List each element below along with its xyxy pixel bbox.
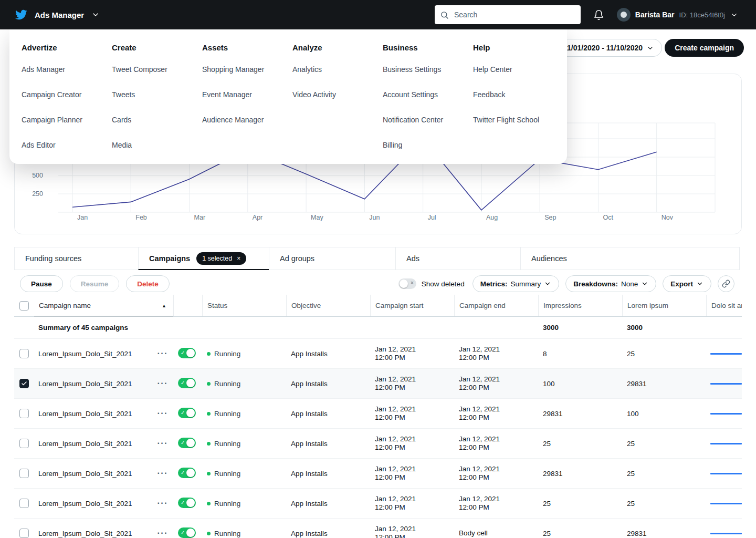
campaign-enabled-toggle[interactable]: ✓: [178, 378, 196, 388]
row-checkbox[interactable]: [19, 379, 29, 388]
export-dropdown[interactable]: Export: [663, 275, 711, 292]
table-row: Lorem_Ipsum_Dolo_Sit_2021···✓RunningApp …: [14, 459, 742, 489]
campaign-name[interactable]: Lorem_Ipsum_Dolo_Sit_2021: [38, 470, 132, 478]
menu-item-billing[interactable]: Billing: [383, 132, 473, 158]
column-header-campaign-name[interactable]: Campaign name▲: [34, 295, 173, 316]
campaign-enabled-toggle[interactable]: ✓: [178, 408, 196, 418]
status-label: Running: [214, 350, 240, 358]
more-options-icon[interactable]: ···: [158, 501, 168, 506]
campaign-enabled-toggle[interactable]: ✓: [178, 468, 196, 478]
tab-ads[interactable]: Ads: [395, 247, 521, 270]
search-box[interactable]: [435, 5, 581, 24]
menu-item-campaign-creator[interactable]: Campaign Creator: [22, 82, 112, 107]
row-checkbox[interactable]: [19, 349, 29, 358]
more-options-icon[interactable]: ···: [158, 351, 168, 356]
menu-item-ads-editor[interactable]: Ads Editor: [22, 132, 112, 158]
column-header-dolo-sit-an[interactable]: Dolo sit an: [706, 295, 742, 316]
row-checkbox[interactable]: [19, 529, 29, 538]
menu-item-notification-center[interactable]: Notification Center: [383, 107, 473, 132]
menu-column-analyze: AnalyzeAnalyticsVideo Activity: [292, 43, 383, 158]
menu-item-account-settings[interactable]: Account Settings: [383, 82, 473, 107]
metrics-dropdown[interactable]: Metrics: Summary: [472, 275, 560, 292]
menu-item-video-activity[interactable]: Video Activity: [292, 82, 383, 107]
menu-item-campaign-planner[interactable]: Campaign Planner: [22, 107, 112, 132]
menu-item-help-center[interactable]: Help Center: [473, 57, 563, 82]
more-options-icon[interactable]: ···: [158, 471, 168, 476]
account-chevron-down-icon[interactable]: [730, 11, 738, 19]
campaign-enabled-toggle[interactable]: ✓: [178, 527, 196, 538]
menu-item-audience-manager[interactable]: Audience Manager: [202, 107, 292, 132]
campaign-start-cell: Jan 12, 202112:00 PM: [370, 405, 454, 422]
row-checkbox[interactable]: [19, 439, 29, 448]
row-checkbox[interactable]: [19, 409, 29, 418]
lorem-ipsum-cell: 29831: [622, 530, 706, 537]
select-all-checkbox[interactable]: [19, 301, 29, 311]
more-options-icon[interactable]: ···: [158, 381, 168, 386]
column-header-lorem-ipsum[interactable]: Lorem ipsum: [622, 295, 706, 316]
campaign-enabled-toggle[interactable]: ✓: [178, 498, 196, 508]
campaign-name[interactable]: Lorem_Ipsum_Dolo_Sit_2021: [38, 500, 132, 508]
campaign-name[interactable]: Lorem_Ipsum_Dolo_Sit_2021: [38, 380, 132, 388]
campaign-name[interactable]: Lorem_Ipsum_Dolo_Sit_2021: [38, 440, 132, 448]
menu-item-business-settings[interactable]: Business Settings: [383, 57, 473, 82]
more-options-icon[interactable]: ···: [158, 531, 168, 536]
more-options-icon[interactable]: ···: [158, 441, 168, 446]
campaign-end-cell: Jan 12, 202112:00 PM: [454, 405, 538, 422]
show-deleted-control: × Show deleted: [398, 278, 465, 289]
menu-section-header: Business: [383, 43, 473, 53]
breakdowns-dropdown[interactable]: Breakdowns: None: [565, 275, 656, 292]
row-checkbox[interactable]: [19, 469, 29, 478]
notifications-bell-icon[interactable]: [593, 9, 604, 20]
menu-item-media[interactable]: Media: [112, 132, 202, 158]
clear-selection-icon[interactable]: ×: [237, 255, 240, 262]
menu-item-feedback[interactable]: Feedback: [473, 82, 563, 107]
resume-button[interactable]: Resume: [70, 275, 120, 292]
tab-ad-groups[interactable]: Ad groups: [269, 247, 396, 270]
campaign-name[interactable]: Lorem_Ipsum_Dolo_Sit_2021: [38, 410, 132, 418]
column-header-campaign-end[interactable]: Campaign end: [454, 295, 538, 316]
status-dot: [207, 532, 211, 535]
campaign-enabled-toggle[interactable]: ✓: [178, 348, 196, 358]
status-dot: [207, 412, 211, 416]
menu-item-tweets[interactable]: Tweets: [112, 82, 202, 107]
column-header-objective[interactable]: Objective: [286, 295, 370, 316]
menu-item-analytics[interactable]: Analytics: [292, 57, 383, 82]
tab-audiences[interactable]: Audiences: [520, 247, 740, 270]
date-range-selector[interactable]: 11/01/2020 - 11/10/2020: [555, 39, 662, 57]
column-header-impressions[interactable]: Impressions: [538, 295, 622, 316]
trend-sparkline: [710, 383, 742, 385]
column-header-status[interactable]: Status: [202, 295, 286, 316]
menu-item-tweet-composer[interactable]: Tweet Composer: [112, 57, 202, 82]
column-header-campaign-start[interactable]: Campaign start: [370, 295, 454, 316]
status-label: Running: [214, 410, 240, 418]
campaign-name[interactable]: Lorem_Ipsum_Dolo_Sit_2021: [38, 530, 132, 537]
show-deleted-toggle[interactable]: ×: [398, 278, 416, 289]
app-switcher[interactable]: Ads Manager: [15, 0, 100, 29]
search-input[interactable]: [453, 10, 575, 19]
twitter-logo-icon[interactable]: [15, 8, 27, 21]
campaign-enabled-toggle[interactable]: ✓: [178, 438, 196, 448]
delete-button[interactable]: Delete: [126, 275, 170, 292]
more-options-icon[interactable]: ···: [158, 411, 168, 416]
account-id: ID: 18ce54t6t0j: [679, 11, 725, 19]
menu-item-cards[interactable]: Cards: [112, 107, 202, 132]
menu-item-ads-manager[interactable]: Ads Manager: [22, 57, 112, 82]
breakdowns-value: None: [621, 280, 638, 288]
account-avatar[interactable]: [617, 8, 631, 22]
svg-text:500: 500: [32, 172, 43, 179]
menu-column-advertize: AdvertizeAds ManagerCampaign CreatorCamp…: [22, 43, 112, 158]
row-checkbox[interactable]: [19, 499, 29, 508]
menu-item-event-manager[interactable]: Event Manager: [202, 82, 292, 107]
create-campaign-button[interactable]: Create campaign: [665, 39, 744, 57]
campaign-name[interactable]: Lorem_Ipsum_Dolo_Sit_2021: [38, 350, 132, 358]
menu-item-twitter-flight-school[interactable]: Twitter Flight School: [473, 107, 563, 132]
tab-campaigns[interactable]: Campaigns1 selected×: [138, 247, 269, 270]
status-cell: Running: [202, 350, 286, 358]
summary-row: Summary of 45 campaigns30003000: [14, 317, 742, 339]
share-link-button[interactable]: [718, 275, 734, 292]
end-date: Jan 12, 2021: [459, 345, 538, 354]
tab-funding-sources[interactable]: Funding sources: [14, 247, 139, 270]
menu-item-shopping-manager[interactable]: Shopping Manager: [202, 57, 292, 82]
pause-button[interactable]: Pause: [20, 275, 63, 292]
lorem-ipsum-cell: 29831: [622, 380, 706, 388]
